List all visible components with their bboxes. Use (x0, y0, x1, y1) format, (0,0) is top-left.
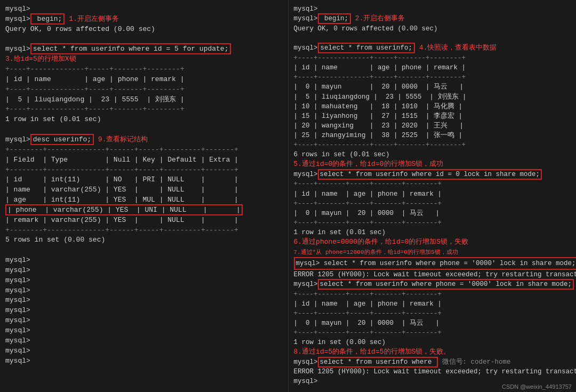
right-ok-1: Query OK, 0 rows affected (0.00 sec) (294, 24, 571, 34)
left-panel: mysql> mysql> begin; 1.开启左侧事务 Query OK, … (0, 0, 289, 392)
left-blank-3 (5, 245, 283, 255)
left-prompt-9: mysql> (5, 336, 283, 346)
right-row-mayun: | 0 | mayun | 20 | 0000 | 马云 | (294, 209, 571, 218)
right-row-25: | 25 | zhangyiming | 38 | 2525 | 张一鸣 | (294, 131, 571, 140)
left-desc-row-phone: | phone | varchar(255) | YES | UNI | NUL… (5, 205, 283, 215)
right-sep-2: +----+-------------+-----+-------+------… (294, 73, 571, 82)
right-row-mayun-2: | 0 | mayun | 20 | 0000 | 马云 | (294, 318, 571, 328)
left-desc-row-remark: | remark | varchar(255) | YES | | NULL |… (5, 215, 283, 226)
left-desc-sep-1: +--------+--------------+------+-----+--… (5, 145, 283, 155)
right-annotation-5: 5.通过id=0的条件，给id=0的行增加S锁，成功 (294, 159, 571, 170)
left-table-sep-3: +----+-------------+-----+-------+------… (5, 105, 283, 115)
right-header-1: | id | name | age | phone | remark | (294, 63, 571, 73)
left-prompt-5: mysql> (5, 295, 283, 306)
left-line-3: Query OK, 0 rows affected (0.00 sec) (5, 25, 283, 35)
right-select-phone-err: mysql> select * from userinfo where phon… (294, 257, 571, 270)
left-table-sep-1: +----+-------------+-----+-------+------… (5, 65, 283, 75)
right-select-id0: mysql>select * from userinfo where id = … (294, 170, 571, 179)
right-sep-3: +----+-------------+-----+-------+------… (294, 140, 571, 150)
right-panel: mysql> mysql> begin; 2.开启右侧事务 Query OK, … (289, 0, 577, 392)
right-sep-1: +----+-------------+-----+-------+------… (294, 53, 571, 63)
watermark-csdn: CSDN @weixin_44913757 (502, 383, 572, 390)
left-prompt-4: mysql> (5, 286, 283, 296)
right-select-phone-ok: mysql>select * from userinfo where phone… (294, 279, 571, 289)
right-rowcount-2: 1 row in set (0.01 sec) (294, 228, 571, 237)
right-blank-1 (294, 34, 571, 43)
right-header-2: | id | name | age | phone | remark | (294, 189, 571, 199)
right-line-1: mysql> (294, 4, 571, 14)
right-select-id5: mysql>select * from userinfo where 微信号: … (294, 357, 571, 367)
right-select-all: mysql>select * from userinfo; 4.快照读，查看表中… (294, 43, 571, 53)
left-prompt-3: mysql> (5, 276, 283, 286)
right-row-0: | 0 | mayun | 20 | 0000 | 马云 | (294, 82, 571, 92)
left-line-4: mysql>select * from userinfo where id = … (5, 44, 283, 54)
right-row-20: | 20 | wangxing | 23 | 2020 | 王兴 | (294, 121, 571, 131)
left-table-row-1: | 5 | liuqiangdong | 23 | 5555 | 刘强东 | (5, 95, 283, 105)
left-prompt-7: mysql> (5, 316, 283, 326)
watermark: CSDN @weixin_44913757 (502, 383, 572, 390)
right-header-3: | id | name | age | phone | remark | (294, 299, 571, 309)
left-table-sep-2: +----+-------------+-----+-------+------… (5, 85, 283, 95)
right-sep-6: +----+-------+-----+-------+--------+ (294, 218, 571, 228)
left-desc-sep-2: +--------+--------------+------+-----+--… (5, 165, 283, 175)
left-table-header: | id | name | age | phone | remark | (5, 75, 283, 85)
right-line-begin: mysql> begin; 2.开启右侧事务 (294, 14, 571, 24)
left-prompt-8: mysql> (5, 326, 283, 336)
right-sep-4: +----+-------+-----+-------+--------+ (294, 179, 571, 189)
right-error-2: ERROR 1205 (HY000): Lock wait timeout ex… (294, 367, 571, 377)
left-prompt-10: mysql> (5, 346, 283, 356)
left-desc-row-id: | id | int(11) | NO | PRI | NULL | | (5, 175, 283, 185)
right-row-10: | 10 | mahuateng | 18 | 1010 | 马化腾 | (294, 102, 571, 111)
right-sep-5: +----+-------+-----+-------+--------+ (294, 199, 571, 209)
left-desc-header: | Field | Type | Null | Key | Default | … (5, 155, 283, 165)
right-annotation-7: 7.通过*从 phone=12000的条件，给id=0的行增加S锁，成功 (294, 247, 571, 257)
left-desc-row-name: | name | varchar(255) | YES | | NULL | | (5, 185, 283, 195)
right-rowcount-3: 1 row in set (0.00 sec) (294, 338, 571, 347)
right-sep-7: +----+-------+-----+-------+--------+ (294, 290, 571, 299)
left-rowcount-2: 5 rows in set (0.00 sec) (5, 235, 283, 245)
right-annotation-6: 6.通过phone=0000的条件，给id=0的行增加S锁，失败 (294, 237, 571, 247)
left-line-desc: mysql>desc userinfo; 9.查看标记结构 (5, 135, 283, 145)
left-prompt-2: mysql> (5, 266, 283, 276)
right-rowcount-1: 6 rows in set (0.01 sec) (294, 150, 571, 159)
right-row-5: | 5 | liuqiangdong | 23 | 5555 | 刘强东 | (294, 92, 571, 102)
left-line-5-annotation: 3.给id=5的行增加X锁 (5, 54, 283, 65)
left-prompt-1: mysql> (5, 255, 283, 266)
left-desc-sep-3: +--------+--------------+------+-----+--… (5, 226, 283, 236)
right-sep-8: +----+-------+-----+-------+--------+ (294, 309, 571, 318)
right-annotation-8: 8.通过id=5的条件，给id=5的行增加S锁，失败。 (294, 347, 571, 357)
left-prompt-6: mysql> (5, 306, 283, 316)
left-line-2: mysql> begin; 1.开启左侧事务 (5, 14, 283, 25)
right-sep-9: +----+-------+-----+-------+--------+ (294, 328, 571, 338)
left-prompt-11: mysql> (5, 356, 283, 366)
right-error-1: ERROR 1205 (HY000): Lock wait timeout ex… (294, 270, 571, 279)
right-row-15: | 15 | liyanhong | 27 | 1515 | 李彦宏 | (294, 111, 571, 121)
left-rowcount-1: 1 row in set (0.01 sec) (5, 115, 283, 125)
